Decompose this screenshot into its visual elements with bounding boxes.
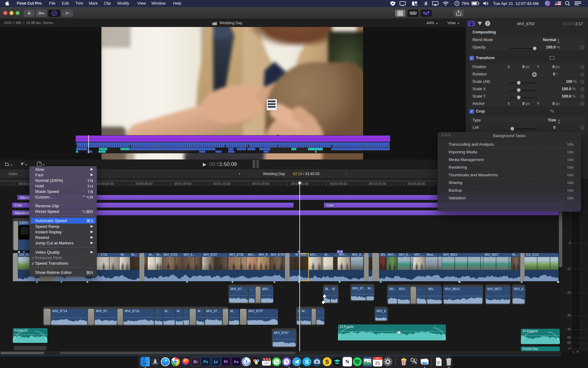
svg-text:75%: 75% (461, 2, 469, 6)
svg-text:Tue Apr 21 12:07:43 AM: Tue Apr 21 12:07:43 AM (493, 1, 539, 6)
svg-text:S: S (305, 359, 309, 365)
svg-text:S: S (325, 359, 329, 365)
svg-text:1: 1 (245, 359, 248, 364)
svg-text:PC: PC (558, 4, 561, 6)
